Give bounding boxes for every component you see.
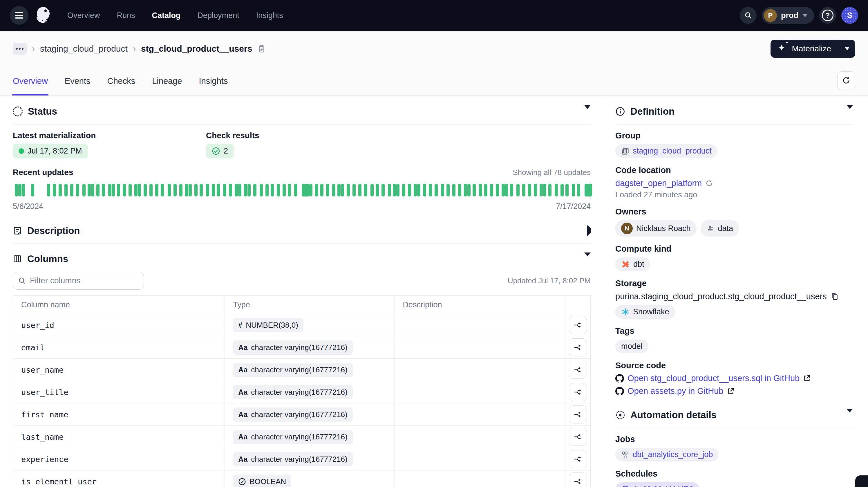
filter-search-icon: [18, 277, 26, 285]
code-location-link[interactable]: dagster_open_platform: [615, 179, 713, 188]
chevron-down-icon: [584, 252, 591, 261]
chat-widget-button[interactable]: [855, 476, 868, 487]
team-icon: [706, 224, 715, 233]
nav-item-runs[interactable]: Runs: [117, 11, 135, 20]
code-location-label: Code location: [615, 165, 853, 175]
columns-icon: [13, 254, 22, 264]
chevron-down-icon: [846, 408, 853, 417]
breadcrumb-more-button[interactable]: [13, 43, 27, 55]
description-section-header: Description: [13, 222, 591, 239]
tag-badge[interactable]: model: [615, 340, 648, 353]
owner-user-badge[interactable]: N Nicklaus Roach: [615, 220, 696, 237]
tab-events[interactable]: Events: [65, 67, 91, 95]
filter-columns-input[interactable]: [13, 272, 144, 290]
storage-path: purina.staging_cloud_product.stg_cloud_p…: [615, 292, 827, 301]
asset-tabbar: Overview Events Checks Lineage Insights: [0, 67, 868, 96]
automation-collapse-button[interactable]: [846, 413, 853, 418]
github-sql-link[interactable]: Open stg_cloud_product__users.sql in Git…: [615, 373, 811, 383]
updates-timeline[interactable]: [13, 181, 591, 199]
breadcrumb-group-link[interactable]: staging_cloud_product: [40, 44, 128, 54]
column-lineage-button[interactable]: [569, 361, 587, 379]
number-type-icon: #: [238, 321, 242, 329]
deployment-avatar: P: [764, 9, 777, 22]
column-lineage-button[interactable]: [569, 473, 587, 487]
tab-insights[interactable]: Insights: [199, 67, 228, 95]
dbt-logo-icon: [621, 260, 630, 269]
chevron-right-icon: [587, 225, 591, 236]
column-lineage-button[interactable]: [569, 383, 587, 401]
definition-section-header: Definition: [615, 103, 853, 120]
deployment-switcher[interactable]: P prod: [762, 7, 814, 24]
type-badge: Aacharacter varying(16777216): [233, 363, 352, 377]
copy-storage-path-icon[interactable]: [830, 292, 839, 301]
check-circle-icon: [212, 147, 220, 155]
nav-item-insights[interactable]: Insights: [256, 11, 283, 20]
storage-platform-badge[interactable]: Snowflake: [615, 305, 675, 319]
top-nav: Overview Runs Catalog Deployment Insight…: [0, 0, 868, 31]
clock-icon: [621, 485, 629, 487]
table-row: user_name Aacharacter varying(16777216): [13, 359, 590, 381]
type-badge: BOOLEAN: [233, 475, 291, 487]
job-badge[interactable]: dbt_analytics_core_job: [615, 448, 719, 461]
storage-label: Storage: [615, 279, 853, 288]
column-name: user_id: [21, 321, 54, 330]
tab-checks[interactable]: Checks: [107, 67, 135, 95]
reload-icon: [705, 179, 713, 187]
tab-overview[interactable]: Overview: [13, 67, 48, 95]
column-name: first_name: [21, 410, 68, 419]
status-collapse-button[interactable]: [584, 109, 591, 114]
type-badge: Aacharacter varying(16777216): [233, 340, 352, 355]
schedule-badge[interactable]: At 03:00 AM UTC: [615, 482, 700, 487]
type-badge: #NUMBER(38,0): [233, 318, 304, 332]
text-type-icon: Aa: [238, 410, 247, 419]
boolean-type-icon: [238, 478, 246, 486]
column-name: experience: [21, 455, 68, 464]
owner-team-badge[interactable]: data: [701, 220, 739, 237]
table-row: is_elementl_user BOOLEAN: [13, 470, 590, 487]
check-results-badge[interactable]: 2: [206, 144, 234, 158]
materialize-button[interactable]: Materialize: [771, 40, 839, 58]
owner-avatar: N: [621, 222, 633, 234]
materialize-label: Materialize: [792, 44, 831, 53]
nav-item-deployment[interactable]: Deployment: [197, 11, 239, 20]
help-button[interactable]: ?: [819, 7, 836, 24]
type-badge: Aacharacter varying(16777216): [233, 407, 352, 422]
check-results-count: 2: [224, 147, 228, 156]
asset-name: stg_cloud_product__users: [141, 44, 252, 54]
compute-kind-badge[interactable]: dbt: [615, 257, 650, 271]
column-lineage-button[interactable]: [569, 450, 587, 468]
description-expand-button[interactable]: [587, 228, 591, 233]
hamburger-menu-button[interactable]: [10, 6, 28, 25]
columns-updated-text: Updated Jul 17, 8:02 PM: [508, 276, 591, 285]
nav-item-overview[interactable]: Overview: [67, 11, 100, 20]
copy-asset-name-icon[interactable]: [257, 44, 266, 53]
search-button[interactable]: [740, 7, 756, 24]
nav-item-catalog[interactable]: Catalog: [152, 11, 181, 20]
help-icon: ?: [822, 9, 834, 21]
tab-lineage[interactable]: Lineage: [152, 67, 182, 95]
columns-table-header: Column name Type Description: [13, 296, 590, 314]
definition-collapse-button[interactable]: [846, 109, 853, 114]
type-badge: Aacharacter varying(16777216): [233, 385, 352, 399]
status-title: Status: [28, 106, 57, 117]
hamburger-icon: [15, 11, 23, 20]
column-lineage-button[interactable]: [569, 405, 587, 423]
deployment-name: prod: [781, 11, 798, 20]
asset-overview-main: Status Latest materialization Jul 17, 8:…: [0, 96, 600, 487]
refresh-button[interactable]: [837, 71, 855, 89]
text-type-icon: Aa: [238, 366, 247, 374]
check-results-label: Check results: [206, 131, 259, 140]
primary-nav: Overview Runs Catalog Deployment Insight…: [67, 11, 283, 20]
column-lineage-button[interactable]: [569, 428, 587, 446]
chevron-down-icon: [846, 105, 853, 114]
github-assets-link[interactable]: Open assets.py in GitHub: [615, 386, 735, 396]
group-badge[interactable]: staging_cloud_product: [615, 144, 717, 158]
columns-collapse-button[interactable]: [584, 256, 591, 262]
materialize-dropdown-button[interactable]: [839, 40, 855, 58]
text-type-icon: Aa: [238, 455, 247, 463]
header-column-name: Column name: [13, 296, 225, 314]
column-lineage-button[interactable]: [569, 338, 587, 356]
user-avatar[interactable]: S: [841, 7, 858, 24]
latest-materialization-badge[interactable]: Jul 17, 8:02 PM: [13, 144, 88, 158]
column-lineage-button[interactable]: [569, 316, 587, 334]
